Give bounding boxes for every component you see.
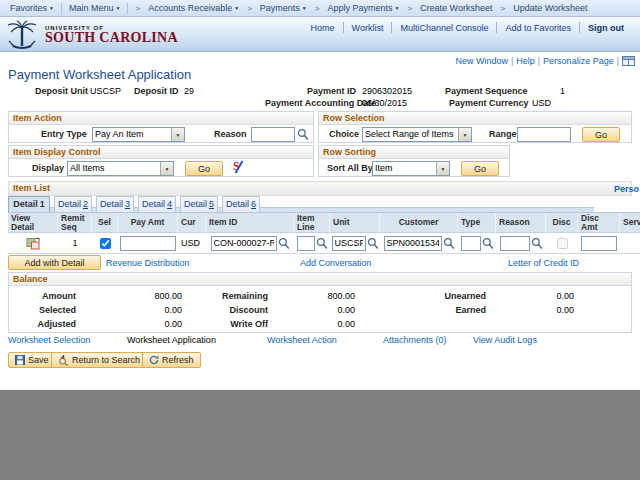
- display-go-button[interactable]: Go: [185, 161, 223, 176]
- personalize-page-link[interactable]: Personalize Page: [543, 56, 614, 66]
- worksheet-selection-link[interactable]: Worksheet Selection: [8, 335, 90, 345]
- reason-input[interactable]: [251, 127, 295, 142]
- logo-line2: SOUTH CAROLINA: [45, 31, 178, 44]
- col-customer: Customer: [380, 213, 458, 233]
- item-list-header: Item List Perso: [8, 181, 632, 196]
- refresh-button[interactable]: Refresh: [142, 352, 201, 368]
- customer-lookup-icon[interactable]: [443, 237, 455, 250]
- separator: |: [511, 56, 513, 66]
- row-reason-lookup-icon[interactable]: [531, 237, 543, 250]
- personalize-grid-link[interactable]: Perso: [614, 184, 639, 194]
- tab-detail-4[interactable]: Detail4: [138, 196, 176, 212]
- help-link[interactable]: Help: [516, 56, 535, 66]
- dropdown-arrow-icon: ▼: [436, 162, 449, 175]
- tab-detail-1[interactable]: Detail1: [8, 196, 50, 212]
- home-link[interactable]: Home: [303, 23, 343, 33]
- unit-lookup-icon[interactable]: [367, 237, 379, 250]
- peoplesoft-window: Favorites▼ Main Menu▼ > Accounts Receiva…: [0, 0, 640, 480]
- reason-lookup-icon[interactable]: [297, 128, 309, 141]
- chevron-down-icon: ▼: [394, 5, 399, 11]
- unit-input[interactable]: [332, 236, 366, 251]
- choice-label: Choice: [329, 129, 359, 139]
- customer-input[interactable]: [384, 236, 442, 251]
- breadcrumb-favorites[interactable]: Favorites▼: [6, 3, 58, 13]
- divider: [127, 3, 128, 14]
- range-label: Range: [489, 129, 517, 139]
- revenue-distribution-link[interactable]: Revenue Distribution: [106, 258, 190, 268]
- display-select[interactable]: All Items ▼: [67, 161, 174, 176]
- save-button[interactable]: Save: [8, 352, 56, 368]
- worklist-link[interactable]: Worklist: [344, 23, 392, 33]
- app-header: UNIVERSITY OF SOUTH CAROLINA Home Workli…: [0, 17, 640, 52]
- col-sel: Sel: [92, 213, 118, 233]
- balance-label: Amount: [9, 289, 78, 303]
- view-detail-icon[interactable]: [26, 237, 41, 250]
- item-id-input[interactable]: [211, 236, 277, 251]
- chevron-down-icon: ▼: [302, 5, 307, 11]
- type-lookup-icon[interactable]: [482, 237, 494, 250]
- dropdown-arrow-icon: ▼: [458, 128, 471, 141]
- save-icon: [15, 355, 25, 365]
- col-item-line: Item Line: [294, 213, 330, 233]
- tab-detail-6[interactable]: Detail6: [222, 196, 260, 212]
- tab-detail-3[interactable]: Detail3: [96, 196, 134, 212]
- payment-id-label: Payment ID: [307, 86, 356, 96]
- breadcrumb: Favorites▼ Main Menu▼ > Accounts Receiva…: [0, 0, 640, 17]
- new-window-link[interactable]: New Window: [455, 56, 508, 66]
- pay-amt-input[interactable]: [120, 236, 176, 251]
- range-input[interactable]: [517, 127, 571, 142]
- item-line-input[interactable]: [297, 236, 315, 251]
- breadcrumb-update-worksheet[interactable]: Update Worksheet: [509, 3, 591, 13]
- multichannel-console-link[interactable]: MultiChannel Console: [392, 23, 496, 33]
- breadcrumb-apply-payments[interactable]: Apply Payments▼: [323, 3, 403, 13]
- add-with-detail-button[interactable]: Add with Detail: [8, 255, 101, 270]
- sort-all-by-select[interactable]: Item ▼: [372, 161, 450, 176]
- type-input[interactable]: [461, 236, 481, 251]
- slash: [235, 160, 244, 173]
- deposit-unit-label: Deposit Unit: [35, 86, 88, 96]
- http-layout-icon[interactable]: [622, 56, 635, 66]
- breadcrumb-create-worksheet[interactable]: Create Worksheet: [416, 3, 496, 13]
- currency-conversion-icon[interactable]: S: [233, 160, 244, 175]
- entry-type-label: Entry Type: [41, 129, 87, 139]
- row-sorting-title: Row Sorting: [319, 146, 509, 159]
- col-remit-seq: Remit Seq: [58, 213, 92, 233]
- tab-detail-2[interactable]: Detail2: [54, 196, 92, 212]
- worksheet-action-link[interactable]: Worksheet Action: [267, 335, 337, 345]
- add-conversation-link[interactable]: Add Conversation: [300, 258, 372, 268]
- return-to-search-button[interactable]: Return to Search: [51, 352, 147, 368]
- item-id-lookup-icon[interactable]: [278, 237, 290, 250]
- tab-detail-5[interactable]: Detail5: [180, 196, 218, 212]
- breadcrumb-main-menu[interactable]: Main Menu▼: [65, 3, 124, 13]
- select-item-checkbox[interactable]: [100, 238, 111, 249]
- view-audit-logs-link[interactable]: View Audit Logs: [473, 335, 537, 345]
- display-label: Display: [32, 163, 64, 173]
- choice-select[interactable]: Select Range of Items ▼: [362, 127, 472, 142]
- entry-type-select[interactable]: Pay An Item ▼: [92, 127, 185, 142]
- breadcrumb-payments[interactable]: Payments▼: [256, 3, 311, 13]
- add-to-favorites-link[interactable]: Add to Favorites: [497, 23, 579, 33]
- payment-accounting-date-label: Payment Accounting Date: [265, 98, 376, 108]
- payment-currency-label: Payment Currency: [449, 98, 529, 108]
- row-selection-go-button[interactable]: Go: [582, 127, 620, 142]
- balance-grid: Amount 800.00 Remaining 800.00 Unearned …: [9, 286, 631, 331]
- disc-amt-input[interactable]: [581, 236, 617, 251]
- row-sorting-go-button[interactable]: Go: [461, 161, 499, 176]
- discount-checkbox: [557, 238, 568, 249]
- currency-value: USD: [181, 238, 200, 248]
- dropdown-arrow-icon: ▼: [160, 162, 173, 175]
- balance-value: 800.00: [78, 289, 184, 303]
- letter-of-credit-link[interactable]: Letter of Credit ID: [508, 258, 579, 268]
- balance-value: 0.00: [78, 303, 184, 317]
- col-disc: Disc: [546, 213, 578, 233]
- balance-title: Balance: [9, 273, 631, 286]
- return-to-search-icon: [58, 355, 69, 366]
- remit-seq-value: 1: [72, 238, 77, 248]
- deposit-id-label: Deposit ID: [134, 86, 179, 96]
- sign-out-link[interactable]: Sign out: [580, 23, 632, 33]
- attachments-link[interactable]: Attachments (0): [383, 335, 447, 345]
- item-line-lookup-icon[interactable]: [316, 237, 328, 250]
- chevron-down-icon: ▼: [116, 5, 121, 11]
- breadcrumb-accounts-receivable[interactable]: Accounts Receivable▼: [144, 3, 243, 13]
- row-reason-input[interactable]: [500, 236, 530, 251]
